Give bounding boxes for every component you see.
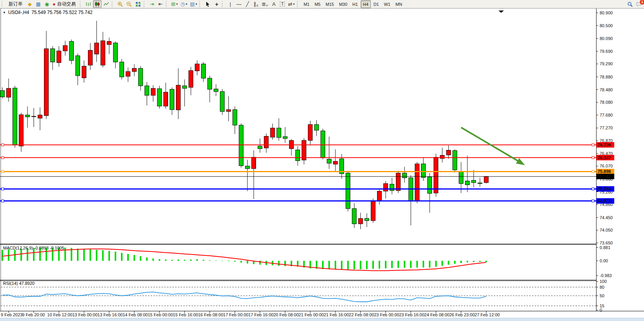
- zoom-in-icon: [117, 1, 123, 7]
- fibonacci-icon: ≣: [261, 2, 266, 7]
- price-axis-label: 74.050: [600, 228, 613, 232]
- dropdown-arrow-icon[interactable]: ▾: [176, 2, 178, 6]
- dropdown-arrow-icon[interactable]: ▾: [186, 2, 187, 6]
- crosshair-icon-button[interactable]: +: [212, 0, 221, 8]
- candle-body: [245, 166, 249, 169]
- toolbar-grip[interactable]: [222, 1, 224, 7]
- search-icon-button[interactable]: [626, 0, 634, 8]
- toolbar-grip[interactable]: [297, 1, 299, 7]
- toolbar: 新订单◆▦◉●自动交易⇥⇤⊞▾◷▾▤▾+|—╱∥E≣FAT⇄▾M1M5M15M3…: [0, 0, 644, 9]
- template-icon: ▤: [190, 2, 195, 7]
- fibonacci-icon-button[interactable]: ≣F: [260, 0, 269, 8]
- new-chart-icon-button[interactable]: ⊞▾: [170, 0, 179, 8]
- vertical-line-icon-button[interactable]: |: [226, 0, 234, 8]
- candle-body: [434, 157, 438, 193]
- bar-chart-icon-button[interactable]: [84, 0, 93, 8]
- horizontal-line-icon-button[interactable]: —: [235, 0, 243, 8]
- date-axis-label: 13 Feb 16:00: [98, 312, 123, 317]
- chat-icon-button[interactable]: 1: [635, 0, 643, 8]
- text-label-icon-button[interactable]: T: [278, 0, 286, 8]
- arrows-icon-button[interactable]: ⇄▾: [287, 0, 296, 8]
- zoom-out-icon-button[interactable]: [125, 0, 133, 8]
- candle-body: [145, 86, 149, 95]
- chart-shift-icon-button[interactable]: ⇤: [156, 0, 165, 8]
- toolbar-grip[interactable]: [2, 1, 4, 7]
- candlestick-chart-icon-button[interactable]: [93, 0, 102, 8]
- tab-timeframe-h1[interactable]: H1: [350, 0, 360, 8]
- cursor-icon-button[interactable]: [204, 0, 212, 8]
- trendline-icon-button[interactable]: ╱: [243, 0, 251, 8]
- text-icon-button[interactable]: A: [270, 0, 278, 8]
- dropdown-arrow-icon[interactable]: ▾: [293, 2, 295, 6]
- line-handle[interactable]: [2, 157, 4, 159]
- tab-timeframe-w1[interactable]: W1: [382, 0, 393, 8]
- date-axis-label: 20 Feb 08:00: [274, 312, 299, 317]
- toolbar-grip[interactable]: [112, 1, 114, 7]
- dropdown-arrow-icon[interactable]: ▾: [195, 2, 197, 6]
- candle-body: [13, 88, 17, 145]
- auto-scroll-icon-button[interactable]: ⇥: [148, 0, 156, 8]
- tab-timeframe-m1[interactable]: M1: [301, 0, 312, 8]
- tab-timeframe-m5[interactable]: M5: [312, 0, 323, 8]
- price-axis-label: 78.880: [600, 75, 613, 79]
- candle-body: [57, 51, 61, 63]
- tile-windows-icon-button[interactable]: [134, 0, 142, 8]
- auto-trading-button[interactable]: ●自动交易: [51, 0, 79, 8]
- price-axis-label: 78.480: [600, 87, 613, 92]
- line-handle[interactable]: [2, 144, 4, 146]
- tab-timeframe-mn[interactable]: MN: [393, 0, 404, 8]
- zoom-in-icon-button[interactable]: [116, 0, 125, 8]
- line-chart-icon-button[interactable]: [102, 0, 111, 8]
- date-axis-label: 24 Feb 08:00: [424, 312, 449, 317]
- charts-window-icon-button[interactable]: ▦: [34, 0, 42, 8]
- toolbar-grip[interactable]: [199, 1, 202, 7]
- toolbar-grip[interactable]: [80, 1, 82, 7]
- candle-body: [95, 43, 99, 54]
- chart-menu-arrow-icon[interactable]: ▼: [3, 11, 6, 14]
- vertical-line-icon: |: [230, 2, 231, 7]
- candle-body: [346, 173, 350, 208]
- candle-body: [88, 50, 93, 65]
- horizontal-line-icon: —: [236, 2, 241, 7]
- line-handle[interactable]: [592, 200, 594, 202]
- trendline-icon: ╱: [246, 2, 249, 7]
- rsi-axis-label: 0: [600, 308, 602, 312]
- price-axis-label: 78.080: [600, 100, 613, 105]
- candlestick-chart-icon: [94, 1, 100, 7]
- candle-body: [465, 181, 470, 185]
- candle-body: [163, 92, 168, 106]
- tab-timeframe-d1[interactable]: D1: [371, 0, 381, 8]
- line-handle[interactable]: [592, 170, 594, 173]
- signals-icon-button[interactable]: ◉: [43, 0, 51, 8]
- chart-canvas[interactable]: 80.90080.50080.09079.69079.29078.88078.4…: [0, 9, 644, 321]
- toolbar-grip[interactable]: [166, 1, 168, 7]
- line-handle[interactable]: [2, 170, 4, 173]
- tab-timeframe-m15[interactable]: M15: [323, 0, 336, 8]
- market-watch-icon-button[interactable]: ◆: [26, 0, 34, 8]
- template-icon-button[interactable]: ▤▾: [189, 0, 198, 8]
- date-axis-label: 13 Feb 00:00: [72, 312, 98, 317]
- tab-timeframe-h4[interactable]: H4: [361, 0, 371, 8]
- date-axis-label: 27 Feb 12:00: [475, 312, 500, 317]
- line-handle[interactable]: [2, 188, 4, 190]
- line-handle[interactable]: [592, 144, 594, 146]
- tab-timeframe-m30[interactable]: M30: [337, 0, 349, 8]
- price-axis-label: 80.090: [600, 36, 613, 41]
- candle-body: [472, 180, 476, 183]
- price-axis[interactable]: 80.90080.50080.09079.69079.29078.88078.4…: [596, 9, 644, 312]
- candle-body: [252, 157, 256, 169]
- chart-window[interactable]: 80.90080.50080.09079.69079.29078.88078.4…: [0, 9, 644, 321]
- date-axis-label: 21 Feb 00:00: [298, 312, 324, 317]
- date-axis-label: 15 Feb 16:00: [173, 312, 198, 317]
- new-order-button[interactable]: 新订单: [6, 0, 25, 8]
- line-handle[interactable]: [2, 200, 4, 202]
- line-handle[interactable]: [592, 188, 594, 190]
- search-icon: [627, 1, 633, 7]
- period-icon-button[interactable]: ◷▾: [179, 0, 188, 8]
- toolbar-grip[interactable]: [144, 1, 146, 7]
- date-axis-label: 22 Feb 08:00: [349, 312, 374, 317]
- channel-icon-button[interactable]: ∥E: [252, 0, 260, 8]
- candle-body: [226, 110, 231, 112]
- chart-title: ▼ USOil-,H4 75.549 75.756 75.522 75.742: [3, 10, 93, 15]
- line-handle[interactable]: [592, 157, 594, 159]
